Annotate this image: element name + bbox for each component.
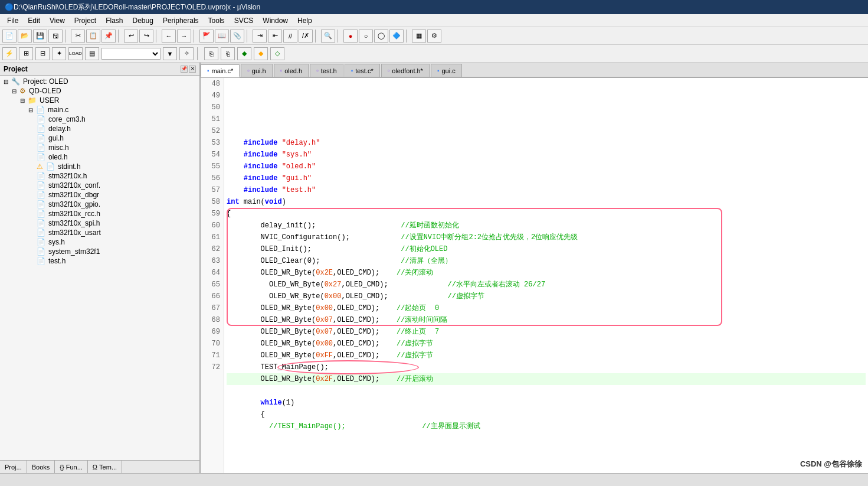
paste-btn[interactable]: 📌: [101, 30, 116, 43]
menu-item-edit[interactable]: Edit: [23, 15, 45, 26]
magic-btn[interactable]: ✦: [52, 47, 66, 60]
code-tab-1[interactable]: ▫gui.h: [241, 64, 272, 77]
title-bar: 🔵 D:\QianRuShi\OLED系列\LEDORoll-master\PR…: [0, 0, 868, 14]
tree-item[interactable]: 📄core_cm3.h: [1, 115, 198, 124]
menu-item-svcs[interactable]: SVCS: [230, 15, 258, 26]
menu-item-help[interactable]: Help: [293, 15, 317, 26]
nav-back-btn[interactable]: ←: [162, 30, 176, 43]
close-panel-btn[interactable]: ✕: [189, 66, 196, 73]
bookmark3-btn[interactable]: 📎: [230, 30, 244, 43]
tree-item[interactable]: 📄sys.h: [1, 237, 198, 247]
tree-item[interactable]: 📄stm32f10x_rcc.h: [1, 209, 198, 218]
indent-btn[interactable]: ⇥: [253, 30, 267, 43]
tree-item[interactable]: 📄delay.h: [1, 124, 198, 133]
code-content[interactable]: #include "delay.h" #include "sys.h" #inc…: [224, 78, 868, 473]
menu-item-peripherals[interactable]: Peripherals: [158, 15, 204, 26]
left-tab-2[interactable]: {} Fun...: [55, 461, 88, 473]
menu-item-view[interactable]: View: [45, 15, 70, 26]
settings-btn[interactable]: ⚙: [427, 30, 441, 43]
build-btn[interactable]: ●: [343, 30, 358, 43]
tree-item[interactable]: ⊟🔧Project: OLED: [1, 77, 198, 86]
tree-item[interactable]: 📄stm32f10x_usart: [1, 228, 198, 237]
redo-btn[interactable]: ↪: [139, 30, 153, 43]
line-number-71: 71: [204, 350, 220, 361]
header-icon: 📄: [37, 247, 45, 256]
tree-item[interactable]: 📄stm32f10x_spi.h: [1, 218, 198, 228]
left-tab-0[interactable]: Proj...: [0, 461, 27, 473]
tree-item[interactable]: ⊟📁USER: [1, 96, 198, 105]
grid2-btn[interactable]: ⊟: [35, 47, 50, 60]
flash3-btn[interactable]: ◇: [270, 47, 284, 60]
target-select[interactable]: QD-OLED: [101, 48, 161, 60]
copy-btn[interactable]: 📋: [86, 30, 100, 43]
tree-item[interactable]: ⚠📄stdint.h: [1, 162, 198, 171]
tree-item[interactable]: ⊟⚙QD-OLED: [1, 86, 198, 96]
dropdown-btn[interactable]: ▼: [163, 47, 177, 60]
tree-item[interactable]: 📄stm32f10x_dbgr: [1, 190, 198, 200]
flash-btn[interactable]: ◆: [237, 47, 251, 60]
tree-item[interactable]: 📄stm32f10x.h: [1, 171, 198, 181]
code-tab-0[interactable]: ▪main.c*: [201, 64, 240, 77]
paste2-btn[interactable]: ⎗: [221, 47, 235, 60]
header-icon: 📄: [37, 200, 45, 208]
save-all-btn[interactable]: 🖫: [48, 30, 63, 43]
save-btn[interactable]: 💾: [33, 30, 47, 43]
wand-btn[interactable]: ✧: [179, 47, 194, 60]
copy2-btn[interactable]: ⎘: [204, 47, 218, 60]
unindent-btn[interactable]: ⇤: [268, 30, 282, 43]
sep2: [118, 30, 122, 43]
menu-item-window[interactable]: Window: [258, 15, 293, 26]
menu-item-flash[interactable]: Flash: [101, 15, 127, 26]
menu-item-file[interactable]: File: [2, 15, 23, 26]
uncomment-btn[interactable]: /✗: [299, 30, 313, 43]
line-number-68: 68: [204, 314, 220, 326]
code-area: ▪main.c*▫gui.h▫oled.h▫test.h▪test.c*▫ole…: [201, 63, 868, 473]
load-btn[interactable]: LOAD: [68, 47, 83, 60]
code-line-58: OLED_Clear(0); //清屏（全黑）: [227, 255, 866, 267]
tree-item[interactable]: 📄test.h: [1, 256, 198, 266]
prog-btn[interactable]: ▤: [85, 47, 99, 60]
tab-bar: ▪main.c*▫gui.h▫oled.h▫test.h▪test.c*▫ole…: [201, 63, 868, 78]
tab-icon-2: ▫: [280, 67, 283, 74]
menu-item-debug[interactable]: Debug: [128, 15, 158, 26]
left-tab-3[interactable]: Ω Tem...: [88, 461, 122, 473]
undo-btn[interactable]: ↩: [124, 30, 138, 43]
search-btn[interactable]: 🔍: [321, 30, 335, 43]
code-tab-6[interactable]: ▪gui.c: [431, 64, 462, 77]
tree-item[interactable]: ⊟📄main.c: [1, 105, 198, 115]
new-file-btn[interactable]: 📄: [2, 30, 17, 43]
build4-btn[interactable]: 🔷: [389, 30, 404, 43]
layout-btn[interactable]: ▦: [412, 30, 426, 43]
csdn-watermark: CSDN @包谷徐徐: [800, 459, 862, 469]
code-line-68: OLED_WR_Byte(0x2F,OLED_CMD); //开启滚动: [227, 373, 866, 385]
code-line-60: OLED_WR_Byte(0x27,OLED_CMD); //水平向左或者右滚动…: [227, 279, 866, 291]
left-tab-1[interactable]: Books: [27, 461, 55, 473]
line-number-65: 65: [204, 279, 220, 291]
tree-item[interactable]: 📄misc.h: [1, 143, 198, 152]
build3-btn[interactable]: ◯: [374, 30, 388, 43]
grid-btn[interactable]: ⊞: [19, 47, 33, 60]
open-btn[interactable]: 📂: [18, 30, 32, 43]
tree-item[interactable]: 📄gui.h: [1, 133, 198, 143]
tree-item[interactable]: 📄system_stm32f1: [1, 247, 198, 256]
code-tab-2[interactable]: ▫oled.h: [274, 64, 309, 77]
project-tree[interactable]: ⊟🔧Project: OLED⊟⚙QD-OLED⊟📁USER⊟📄main.c📄c…: [0, 76, 199, 460]
tree-item[interactable]: 📄oled.h: [1, 152, 198, 162]
build2-btn[interactable]: ○: [359, 30, 373, 43]
nav-fwd-btn[interactable]: →: [177, 30, 191, 43]
cut-btn[interactable]: ✂: [71, 30, 85, 43]
code-tab-4[interactable]: ▪test.c*: [345, 64, 380, 77]
menu-item-tools[interactable]: Tools: [204, 15, 230, 26]
build5-btn[interactable]: ⚡: [2, 47, 17, 60]
tree-item[interactable]: 📄stm32f10x_conf.: [1, 181, 198, 190]
code-tab-3[interactable]: ▫test.h: [310, 64, 343, 77]
comment-btn[interactable]: //: [283, 30, 297, 43]
bookmark2-btn[interactable]: 📖: [215, 30, 229, 43]
line-number-62: 62: [204, 243, 220, 255]
bookmark-btn[interactable]: 🚩: [199, 30, 214, 43]
tree-item[interactable]: 📄stm32f10x_gpio.: [1, 200, 198, 209]
flash2-btn[interactable]: ◆: [254, 47, 268, 60]
code-tab-5[interactable]: ▫oledfont.h*: [381, 64, 430, 77]
menu-item-project[interactable]: Project: [70, 15, 101, 26]
pin-btn[interactable]: 📌: [181, 66, 188, 73]
